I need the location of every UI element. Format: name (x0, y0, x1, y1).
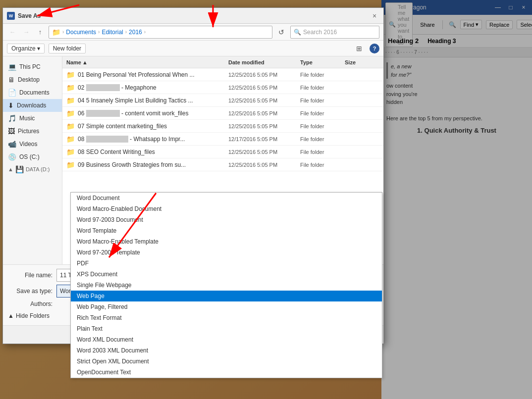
refresh-btn[interactable]: ↺ (275, 26, 287, 38)
col-size-label: Size (345, 59, 356, 65)
dropdown-item-0[interactable]: Word Document (71, 193, 382, 203)
col-header-name[interactable]: Name ▲ (66, 59, 228, 65)
sidebar-item-music[interactable]: 🎵 Music (3, 112, 62, 125)
save-type-dropdown: Word Document Word Macro-Enabled Documen… (70, 192, 382, 378)
dialog-title-icon: W (7, 12, 15, 20)
file-row-3[interactable]: 📁 06 ████████ - content vomit work_files… (62, 107, 383, 120)
file-name-3: 06 ████████ - content vomit work_files (78, 110, 228, 117)
dropdown-item-10[interactable]: Web Page, Filtered (71, 301, 382, 312)
sidebar-datad-header: ▲ 💾 DATA (D:) (3, 163, 62, 174)
file-row-4[interactable]: 📁 07 Simple content marketing_files 12/2… (62, 120, 383, 133)
dropdown-item-13[interactable]: Word XML Document (71, 334, 382, 345)
folder-icon-2: 📁 (66, 97, 75, 104)
save-type-label: Save as type: (8, 288, 53, 295)
file-name-1: 02 ████████ - Megaphone (78, 84, 228, 91)
file-list-header: Name ▲ Date modified Type Size (62, 56, 383, 68)
dropdown-item-5[interactable]: Word 97-2003 Template (71, 247, 382, 258)
file-row-6[interactable]: 📁 08 SEO Content Writing_files 12/25/201… (62, 146, 383, 158)
col-header-date[interactable]: Date modified (228, 59, 300, 65)
hide-folders-icon: ▲ (8, 312, 14, 319)
dropdown-item-3[interactable]: Word Template (71, 225, 382, 236)
col-header-type[interactable]: Type (300, 59, 345, 65)
file-row-0[interactable]: 📁 01 Being Personal Yet Professional Whe… (62, 68, 383, 81)
file-row-2[interactable]: 📁 04 5 Insanely Simple List Building Tac… (62, 94, 383, 107)
organize-label: Organize (11, 45, 36, 52)
downloads-icon: ⬇ (8, 101, 14, 109)
dropdown-item-12[interactable]: Plain Text (71, 323, 382, 334)
col-header-size[interactable]: Size (345, 59, 379, 65)
videos-icon: 📹 (8, 140, 16, 148)
word-icon-letter: W (9, 13, 13, 18)
sidebar-item-osc[interactable]: 💿 OS (C:) (3, 150, 62, 163)
up-btn[interactable]: ↑ (35, 27, 46, 38)
thispc-icon: 💻 (8, 63, 16, 71)
sidebar-item-pictures[interactable]: 🖼 Pictures (3, 125, 62, 138)
forward-btn[interactable]: → (21, 27, 32, 38)
dropdown-item-2[interactable]: Word 97-2003 Document (71, 214, 382, 225)
breadcrumb: 📁 › Documents › Editorial › 2016 › (49, 26, 272, 39)
folder-icon-5: 📁 (66, 135, 75, 143)
file-date-5: 12/17/2016 5:05 PM (228, 136, 300, 142)
breadcrumb-item-documents[interactable]: Documents (66, 29, 96, 36)
dropdown-item-14[interactable]: Word 2003 XML Document (71, 345, 382, 356)
back-btn[interactable]: ← (7, 27, 18, 38)
save-as-dialog: W Save As × ← → ↑ 📁 › Documents › Editor… (2, 7, 384, 344)
dropdown-item-7[interactable]: XPS Document (71, 269, 382, 280)
file-row-7[interactable]: 📁 09 Business Growth Strategies from su.… (62, 158, 383, 171)
file-type-3: File folder (300, 110, 345, 116)
file-name-label: File name: (8, 272, 53, 279)
breadcrumb-item-2016[interactable]: 2016 (129, 29, 142, 36)
sidebar-item-documents[interactable]: 📄 Documents (3, 86, 62, 99)
search-box[interactable]: 🔍 Search 2016 (290, 26, 379, 39)
file-toolbar: Organize ▾ New folder ⊞ ? (3, 41, 383, 56)
osc-icon: 💿 (8, 153, 16, 161)
organize-btn[interactable]: Organize ▾ (7, 44, 45, 53)
desktop-icon: 🖥 (8, 76, 15, 84)
view-btn[interactable]: ⊞ (353, 43, 366, 54)
dropdown-item-4[interactable]: Word Macro-Enabled Template (71, 236, 382, 247)
hide-folders-label: Hide Folders (16, 312, 50, 319)
dropdown-item-1[interactable]: Word Macro-Enabled Document (71, 203, 382, 214)
file-type-5: File folder (300, 136, 345, 142)
col-date-label: Date modified (228, 59, 265, 65)
sidebar-item-downloads[interactable]: ⬇ Downloads (3, 99, 62, 112)
dropdown-item-9[interactable]: Web Page (71, 291, 382, 301)
sidebar-item-videos[interactable]: 📹 Videos (3, 138, 62, 150)
help-btn[interactable]: ? (370, 44, 379, 53)
sidebar-item-desktop[interactable]: 🖥 Desktop (3, 73, 62, 86)
breadcrumb-icon: 📁 (52, 28, 60, 36)
new-folder-btn[interactable]: New folder (49, 44, 86, 53)
address-bar: ← → ↑ 📁 › Documents › Editorial › 2016 ›… (3, 24, 383, 41)
sidebar: 💻 This PC 🖥 Desktop 📄 Documents ⬇ Downlo… (3, 56, 62, 264)
file-type-6: File folder (300, 149, 345, 155)
dropdown-item-8[interactable]: Single File Webpage (71, 280, 382, 291)
file-date-0: 12/25/2016 5:05 PM (228, 72, 300, 78)
folder-icon-4: 📁 (66, 122, 75, 130)
dropdown-item-6[interactable]: PDF (71, 258, 382, 269)
file-row-1[interactable]: 📁 02 ████████ - Megaphone 12/25/2016 5:0… (62, 81, 383, 94)
file-type-2: File folder (300, 98, 345, 103)
folder-icon-3: 📁 (66, 109, 75, 117)
dropdown-item-16[interactable]: OpenDocument Text (71, 367, 382, 378)
file-name-0: 01 Being Personal Yet Professional When … (78, 71, 228, 78)
pictures-icon: 🖼 (8, 127, 15, 135)
file-row-5[interactable]: 📁 08 ██████████ - Whatsapp to Impr... 12… (62, 133, 383, 146)
dropdown-item-15[interactable]: Strict Open XML Document (71, 356, 382, 367)
dropdown-item-11[interactable]: Rich Text Format (71, 312, 382, 323)
sort-icon: ▲ (82, 59, 88, 65)
search-icon: 🔍 (294, 29, 301, 36)
col-name-label: Name (66, 59, 81, 65)
file-type-7: File folder (300, 162, 345, 168)
file-name-7: 09 Business Growth Strategies from su... (78, 161, 228, 168)
file-date-6: 12/25/2016 5:05 PM (228, 149, 300, 155)
authors-label: Authors: (8, 300, 53, 307)
breadcrumb-item-editorial[interactable]: Editorial (102, 29, 123, 36)
search-placeholder: Search 2016 (303, 29, 337, 36)
file-date-2: 12/25/2016 5:05 PM (228, 98, 300, 103)
file-name-4: 07 Simple content marketing_files (78, 123, 228, 130)
folder-icon-1: 📁 (66, 84, 75, 92)
dialog-close-btn[interactable]: × (370, 11, 379, 21)
sidebar-item-thispc[interactable]: 💻 This PC (3, 60, 62, 73)
file-date-3: 12/25/2016 5:05 PM (228, 110, 300, 116)
dialog-title-text: Save As (18, 12, 367, 19)
